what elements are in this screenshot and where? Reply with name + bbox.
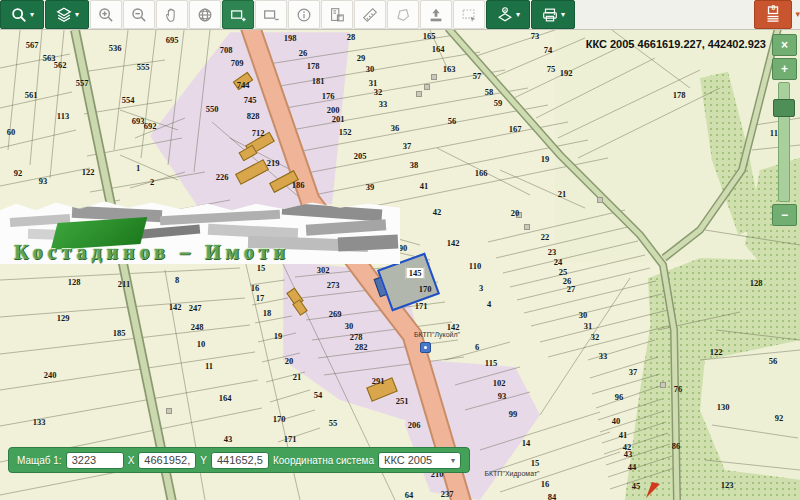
select-rectangle-remove-button[interactable]: [255, 0, 287, 29]
close-button[interactable]: ×: [772, 34, 797, 56]
parcel-label: 192: [560, 68, 573, 78]
parcel-label: 90: [399, 243, 408, 253]
parcel-label: 31: [584, 321, 593, 331]
select-rect-minus-icon: [262, 6, 280, 24]
parcel-label: 205: [354, 151, 367, 161]
scale-ruler-icon: [328, 6, 346, 24]
parcel-label: 32: [591, 332, 600, 342]
parcel-label: 708: [220, 45, 233, 55]
measure-area-button[interactable]: [321, 0, 353, 29]
parcel-label: 219: [267, 158, 280, 168]
pan-button[interactable]: [156, 0, 188, 29]
draw-polygon-button[interactable]: [387, 0, 419, 29]
zoom-out-button[interactable]: −: [772, 204, 797, 226]
zoom-in-icon: [97, 6, 115, 24]
zoom-out-button[interactable]: [123, 0, 155, 29]
y-coordinate-input[interactable]: [211, 452, 269, 469]
status-bar: Мащаб 1: X Y Координатна система ККС 200…: [8, 447, 470, 473]
parcel-label: 19: [541, 154, 550, 164]
parcel-label: 37: [629, 367, 638, 377]
measure-distance-button[interactable]: [354, 0, 386, 29]
parcel-label: 178: [673, 90, 686, 100]
parcel-label: 92: [775, 413, 784, 423]
chevron-down-icon: ▾: [75, 11, 79, 19]
parcel-label: 75: [547, 64, 556, 74]
parcel-label: 38: [410, 160, 419, 170]
y-label: Y: [200, 455, 207, 466]
parcel-label: 37: [403, 141, 412, 151]
ruler-icon: [361, 6, 379, 24]
parcel-label: 102: [493, 378, 506, 388]
map-canvas[interactable]: 5675635625365555575615541136936926956092…: [0, 30, 800, 500]
parcel-label: 96: [615, 392, 624, 402]
parcel-label: 19: [274, 331, 283, 341]
select-features-button[interactable]: [453, 0, 485, 29]
parcel-label: 273: [327, 280, 340, 290]
parcel-label: 28: [347, 32, 356, 42]
parcel-label: 44: [628, 462, 637, 472]
parcel-label: 110: [469, 261, 481, 271]
parcel-label: 302: [317, 265, 330, 275]
results-count-badge: 0: [772, 4, 776, 11]
parcel-label: 186: [292, 180, 305, 190]
upload-icon: [427, 6, 445, 24]
parcel-label: 130: [717, 402, 730, 412]
parcel-label: 42: [433, 207, 442, 217]
parcel-label: 26: [299, 48, 308, 58]
zoom-in-button[interactable]: +: [772, 58, 797, 80]
layers-button[interactable]: ▾: [45, 0, 89, 29]
globe-icon: [196, 6, 214, 24]
print-button[interactable]: ▾: [531, 0, 575, 29]
parcel-label: 128: [68, 277, 81, 287]
parcel-label: 4: [487, 299, 491, 309]
crs-label: Координатна система: [273, 455, 374, 466]
parcel-label: 248: [191, 322, 204, 332]
parcel-label: 40: [612, 416, 621, 426]
parcel-label: 567: [26, 40, 39, 50]
parcel-label: 14: [522, 438, 531, 448]
overview-globe-button[interactable]: [189, 0, 221, 29]
search-icon: [10, 6, 28, 24]
parcel-label: 240: [44, 370, 57, 380]
chevron-down-icon: ▾: [561, 11, 565, 19]
upload-button[interactable]: [420, 0, 452, 29]
identify-button[interactable]: [288, 0, 320, 29]
parcel-label: 555: [137, 62, 150, 72]
parcel-label: 557: [76, 78, 89, 88]
parcel-label: 33: [599, 351, 608, 361]
toolbar: ▾ ▾: [0, 0, 800, 30]
parcel-label: 22: [541, 232, 550, 242]
parcel-label: 828: [247, 111, 260, 121]
x-coordinate-input[interactable]: [138, 452, 196, 469]
marquee-select-icon: [460, 6, 478, 24]
chevron-down-icon[interactable]: ▾: [795, 10, 800, 19]
search-button[interactable]: ▾: [0, 0, 44, 29]
parcel-label: 93: [498, 391, 507, 401]
results-list-button[interactable]: 0: [754, 0, 792, 29]
zoom-in-button[interactable]: [90, 0, 122, 29]
parcel-label: 237: [441, 489, 454, 499]
parcel-label: 171: [415, 301, 428, 311]
parcel-label: 55: [329, 418, 338, 428]
parcel-labels-layer: 5675635625365555575615541136936926956092…: [0, 30, 800, 500]
parcel-label: 269: [329, 309, 342, 319]
parcel-label: 695: [166, 35, 179, 45]
parcel-label: 167: [509, 124, 522, 134]
zoom-slider-track[interactable]: [778, 82, 790, 202]
crs-select[interactable]: ККС 2005 ▾: [378, 452, 461, 469]
parcel-label: 206: [408, 420, 421, 430]
layer-info-button[interactable]: ▾: [486, 0, 530, 29]
parcel-label: 76: [674, 384, 683, 394]
parcel-label: 176: [322, 91, 335, 101]
scale-input[interactable]: [66, 452, 124, 469]
zoom-slider-handle[interactable]: [773, 99, 795, 117]
parcel-label: 93: [39, 176, 48, 186]
parcel-label: 6: [475, 342, 479, 352]
parcel-label: 142: [169, 302, 182, 312]
parcel-label: 165: [423, 31, 436, 41]
select-rectangle-add-button[interactable]: [222, 0, 254, 29]
parcel-label: 43: [624, 449, 633, 459]
parcel-label: 36: [391, 123, 400, 133]
parcel-label: 282: [355, 342, 368, 352]
parcel-label: 30: [345, 321, 354, 331]
